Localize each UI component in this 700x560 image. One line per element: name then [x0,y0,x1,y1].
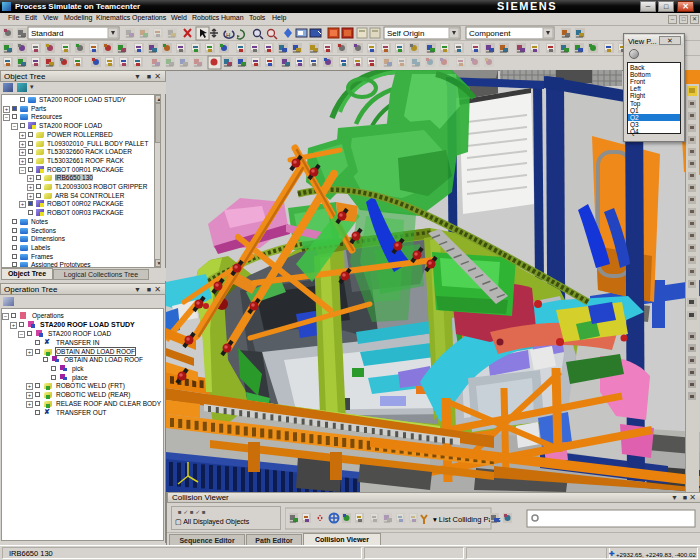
svg-text:H: H [226,32,230,38]
svg-text:Component: Component [469,29,511,38]
svg-text:Standard: Standard [31,29,63,38]
svg-text:Self Origin: Self Origin [387,29,424,38]
